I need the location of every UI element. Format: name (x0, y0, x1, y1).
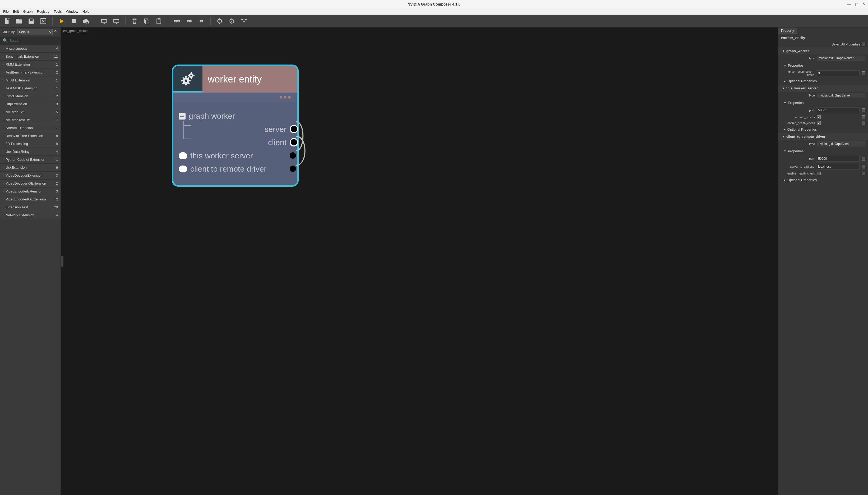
category-item[interactable]: ›VideoEncoderExtension3 (0, 187, 60, 195)
tws-health-check-checkbox[interactable] (817, 121, 821, 125)
category-item[interactable]: ›NvTritonTestExt7 (0, 116, 60, 124)
menu-registry[interactable]: Registry (35, 9, 51, 14)
category-count: 7 (56, 118, 58, 122)
node-ctrd-label: client to remote driver (190, 165, 292, 173)
port-ctrd-in[interactable] (179, 166, 187, 172)
gw-drt-checkbox[interactable] (862, 71, 865, 75)
dots3-icon[interactable] (173, 17, 181, 25)
container-down-icon[interactable] (100, 17, 108, 25)
gw-drt-input[interactable] (816, 70, 860, 76)
play-icon[interactable] (57, 17, 66, 25)
ctrd-sip-checkbox[interactable] (862, 165, 865, 168)
tws-properties-header[interactable]: ▼Properties (778, 99, 868, 106)
category-count: 2 (56, 182, 58, 185)
menu-help[interactable]: Help (81, 9, 91, 14)
category-item[interactable]: ›UcxExtension6 (0, 164, 60, 172)
category-count: 20 (54, 205, 58, 209)
port-tws-in[interactable] (179, 152, 187, 159)
category-item[interactable]: ›GrpcExtension2 (0, 92, 60, 100)
category-item[interactable]: ›Extension Test20 (0, 203, 60, 211)
target2-icon[interactable] (228, 17, 236, 25)
category-item[interactable]: ›VideoEncoderIOExtension2 (0, 195, 60, 203)
ctrd-properties-header[interactable]: ▼Properties (778, 148, 868, 155)
stop-icon[interactable] (70, 17, 78, 25)
tws-hc-sel-checkbox[interactable] (862, 121, 865, 125)
section-client-to-remote-driver[interactable]: ▼client_to_remote_driver (778, 133, 868, 140)
graph-canvas[interactable]: test_graph_worker ‹ worker entity − grap… (61, 28, 778, 495)
select-all-checkbox[interactable] (862, 42, 865, 46)
gw-optional-header[interactable]: ▶Optional Properties (778, 78, 868, 85)
chevron-right-icon: › (3, 103, 3, 105)
svg-rect-15 (187, 20, 191, 22)
tws-port-input[interactable] (816, 107, 860, 113)
chevron-right-icon: › (3, 182, 3, 185)
category-item[interactable]: ›MISB Extension1 (0, 76, 60, 84)
tws-optional-header[interactable]: ▶Optional Properties (778, 126, 868, 133)
tws-ra-sel-checkbox[interactable] (862, 115, 865, 119)
cloud-sync-icon[interactable]: ✓ (82, 17, 90, 25)
category-item[interactable]: ›3D Processing8 (0, 140, 60, 148)
ctrd-optional-header[interactable]: ▶Optional Properties (778, 176, 868, 184)
category-item[interactable]: ›RMM Extension1 (0, 61, 60, 68)
svg-point-16 (188, 21, 189, 21)
category-item[interactable]: ›Ucx Data Relay4 (0, 148, 60, 156)
category-item[interactable]: ›NvTritonExt5 (0, 108, 60, 116)
category-item[interactable]: ›Network Extension4 (0, 211, 60, 219)
section-graph-worker[interactable]: ▼graph_worker (778, 47, 868, 54)
close-icon[interactable]: ✕ (863, 2, 866, 6)
menu-tools[interactable]: Tools (52, 9, 63, 14)
target-icon[interactable] (215, 17, 224, 25)
category-item[interactable]: ›Miscellaneous4 (0, 45, 60, 53)
property-tab[interactable]: Property (778, 28, 797, 34)
minimize-icon[interactable]: — (847, 2, 851, 6)
chevron-right-icon: › (3, 63, 3, 66)
category-item[interactable]: ›TestBenchmarkExtension2 (0, 68, 60, 76)
category-item[interactable]: ›Test MISB Extension1 (0, 84, 60, 92)
groupby-select[interactable]: Default (17, 29, 53, 35)
close-file-icon[interactable] (39, 17, 48, 25)
chevron-right-icon: › (3, 79, 3, 82)
ctrd-port-input[interactable] (816, 156, 860, 161)
node-worker-entity[interactable]: worker entity − graph worker server clie… (172, 65, 299, 187)
ctrd-hc-sel-checkbox[interactable] (862, 172, 865, 175)
trash-icon[interactable] (130, 17, 139, 25)
ctrd-sip-input[interactable] (816, 164, 860, 170)
new-file-icon[interactable]: + (3, 17, 11, 25)
category-list[interactable]: ›Miscellaneous4›Benchmark Extension11›RM… (0, 45, 60, 495)
ctrd-health-check-checkbox[interactable] (817, 172, 821, 175)
category-item[interactable]: ›Stream Extension1 (0, 124, 60, 132)
menu-edit[interactable]: Edit (11, 9, 20, 14)
collapse-toggle-icon[interactable]: − (179, 113, 185, 120)
refresh-icon[interactable]: ⟳ (54, 30, 59, 34)
paste-icon[interactable] (155, 17, 163, 25)
tws-remote-access-checkbox[interactable] (817, 115, 821, 119)
menu-window[interactable]: Window (65, 9, 80, 14)
save-icon[interactable] (27, 17, 35, 25)
canvas-tab-label[interactable]: test_graph_worker (63, 29, 89, 33)
open-folder-icon[interactable] (15, 17, 23, 25)
category-item[interactable]: ›Behavior Tree Extension8 (0, 132, 60, 140)
category-item[interactable]: ›VideoDecoderIOExtension2 (0, 180, 60, 187)
menu-graph[interactable]: Graph (21, 9, 34, 14)
dots1-icon[interactable] (197, 17, 206, 25)
cubes-icon[interactable] (240, 17, 248, 25)
section-this-worker-server[interactable]: ▼this_worker_server (778, 85, 868, 92)
category-count: 8 (56, 142, 58, 146)
maximize-icon[interactable]: ▢ (855, 2, 858, 6)
search-input[interactable] (10, 39, 58, 42)
category-item[interactable]: ›VideoDecoderExtension3 (0, 172, 60, 180)
container-up-icon[interactable] (112, 17, 121, 25)
ctrd-port-checkbox[interactable] (862, 157, 865, 160)
chevron-right-icon: › (3, 71, 3, 74)
copy-icon[interactable] (142, 17, 151, 25)
menu-file[interactable]: File (2, 9, 10, 14)
category-item[interactable]: ›Python Codelet Extension1 (0, 156, 60, 164)
category-label: VideoEncoderIOExtension (5, 197, 56, 201)
tws-port-checkbox[interactable] (862, 108, 865, 112)
category-item[interactable]: ›HttpExtension3 (0, 100, 60, 108)
category-item[interactable]: ›Benchmark Extension11 (0, 53, 60, 61)
sidebar-collapse-handle[interactable]: ‹ (61, 256, 64, 267)
dots2-icon[interactable] (185, 17, 194, 25)
gw-properties-header[interactable]: ▼Properties (778, 62, 868, 69)
category-label: MISB Extension (5, 78, 56, 82)
